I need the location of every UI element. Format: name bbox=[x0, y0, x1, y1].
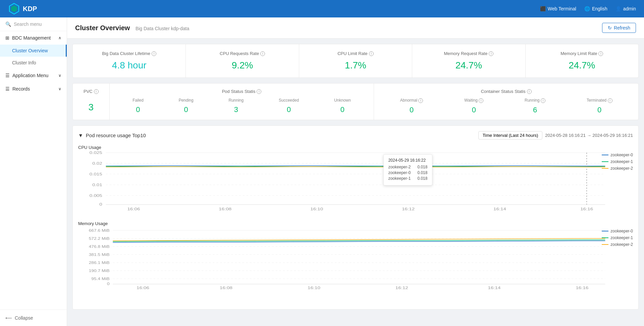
pvc-label: PVC bbox=[84, 89, 93, 94]
legend-item-mem-1: zookeeper-1 bbox=[602, 235, 633, 240]
stat-value: 24.7% bbox=[531, 60, 633, 71]
info-icon[interactable]: i bbox=[94, 89, 99, 94]
svg-marker-1 bbox=[11, 5, 17, 12]
collapse-button[interactable]: ⟵ Collapse bbox=[0, 310, 67, 326]
svg-text:667.6 MiB: 667.6 MiB bbox=[89, 228, 110, 232]
svg-text:16:16: 16:16 bbox=[576, 286, 588, 290]
info-icon[interactable]: i bbox=[527, 89, 532, 94]
info-icon[interactable]: i bbox=[418, 98, 423, 103]
pvc-section: PVC i 3 bbox=[73, 84, 110, 120]
sidebar-item-application-menu[interactable]: ☰ Application Menu ∨ bbox=[0, 69, 67, 82]
chart-title-text: Pod resource usage Top10 bbox=[86, 132, 146, 138]
logo-text: KDP bbox=[23, 5, 37, 13]
pod-status-items: Failed 0Pending 0Running 3Succeeded 0Unk… bbox=[115, 98, 369, 114]
chevron-right-icon: ∨ bbox=[58, 73, 61, 78]
search-icon: 🔍 bbox=[5, 21, 11, 27]
cpu-chart-label: CPU Usage bbox=[78, 145, 633, 150]
pod-status-section: Pod Status Statis i Failed 0Pending 0Run… bbox=[110, 84, 374, 120]
legend-item-0: zookeeper-0 bbox=[602, 153, 633, 157]
search-placeholder: Search menu bbox=[14, 21, 42, 27]
sidebar-sub-item-label: Cluster Overview bbox=[12, 48, 48, 53]
info-icon[interactable]: i bbox=[257, 89, 261, 94]
mem-chart-legend: zookeeper-0 zookeeper-1 zookeeper-2 bbox=[602, 229, 633, 247]
chevron-right-icon: ∨ bbox=[58, 87, 61, 91]
user-menu[interactable]: 👤 admin bbox=[615, 6, 636, 11]
logo: KDP bbox=[8, 3, 37, 15]
info-icon[interactable]: i bbox=[489, 51, 493, 56]
svg-text:0.01: 0.01 bbox=[92, 183, 102, 187]
sidebar-item-cluster-overview[interactable]: Cluster Overview bbox=[0, 45, 67, 57]
layout: 🔍 Search menu ⊞ BDC Management ∧ Cluster… bbox=[0, 17, 644, 326]
svg-text:0.025: 0.025 bbox=[90, 151, 102, 155]
sidebar-item-cluster-info[interactable]: Cluster Info bbox=[0, 57, 67, 69]
info-icon[interactable]: i bbox=[541, 98, 545, 103]
globe-icon: 🌐 bbox=[584, 6, 590, 11]
mem-chart-area: 667.6 MiB 572.2 MiB 476.8 MiB 381.5 MiB … bbox=[78, 229, 633, 296]
pod-status-item: Failed 0 bbox=[132, 98, 144, 114]
svg-text:16:10: 16:10 bbox=[310, 207, 323, 211]
pod-status-item: Unknown 0 bbox=[334, 98, 351, 114]
stat-mem-limit: Memory Limit Rate i 24.7% bbox=[526, 44, 638, 77]
header: KDP ⬛ Web Terminal 🌐 English 👤 admin bbox=[0, 0, 644, 17]
pvc-value: 3 bbox=[84, 102, 99, 113]
stat-label-text: Memory Request Rate bbox=[444, 51, 487, 56]
info-icon[interactable]: i bbox=[369, 51, 374, 56]
sidebar-item-label: Records bbox=[12, 86, 30, 92]
svg-text:0.02: 0.02 bbox=[92, 161, 102, 165]
stat-cpu-limit: CPU Limit Rate i 1.7% bbox=[299, 44, 412, 77]
time-interval-button[interactable]: Time Interval (Last 24 hours) bbox=[478, 131, 543, 140]
terminal-icon: ⬛ bbox=[540, 6, 546, 11]
cpu-chart-tooltip: 2024-05-29 16:16:22 zookeeper-2 0.018 zo… bbox=[383, 154, 433, 185]
stat-value: 1.7% bbox=[305, 60, 407, 71]
svg-text:0.015: 0.015 bbox=[90, 172, 102, 176]
svg-text:381.5 MiB: 381.5 MiB bbox=[89, 253, 110, 257]
pod-status-item: Pending 0 bbox=[179, 98, 194, 114]
container-status-item: Terminated i 0 bbox=[587, 98, 612, 114]
cpu-chart-area: 0.025 0.02 0.015 0.01 0.005 0 16:06 16:0… bbox=[78, 153, 633, 213]
info-icon[interactable]: i bbox=[152, 51, 156, 56]
info-icon[interactable]: i bbox=[479, 98, 483, 103]
info-icon[interactable]: i bbox=[260, 51, 265, 56]
container-status-item: Abnormal i 0 bbox=[400, 98, 423, 114]
cpu-chart-svg: 0.025 0.02 0.015 0.01 0.005 0 16:06 16:0… bbox=[78, 153, 633, 206]
language-selector[interactable]: 🌐 English bbox=[584, 6, 607, 11]
svg-text:16:14: 16:14 bbox=[493, 207, 506, 211]
time-controls: Time Interval (Last 24 hours) 2024-05-28… bbox=[478, 131, 633, 140]
container-status-section: Container Status Statis i Abnormal i 0 W… bbox=[374, 84, 638, 120]
svg-text:572.2 MiB: 572.2 MiB bbox=[89, 236, 110, 240]
tooltip-row-0: zookeeper-2 0.018 bbox=[388, 165, 428, 169]
page-title: Cluster Overview bbox=[75, 24, 130, 32]
legend-item-2: zookeeper-2 bbox=[602, 166, 633, 171]
cpu-chart-container: CPU Usage 0.025 0.02 0.015 0 bbox=[78, 145, 633, 213]
info-icon[interactable]: i bbox=[608, 98, 612, 103]
svg-text:16:06: 16:06 bbox=[127, 207, 140, 211]
status-row: PVC i 3 Pod Status Statis i Failed 0Pend… bbox=[72, 83, 639, 120]
stats-row: Big Data Cluster Lifetime i 4.8 hour CPU… bbox=[72, 44, 639, 78]
search-menu[interactable]: 🔍 Search menu bbox=[0, 17, 67, 31]
stat-mem-req: Memory Request Rate i 24.7% bbox=[412, 44, 525, 77]
legend-item-1: zookeeper-1 bbox=[602, 159, 633, 164]
sidebar-sub-item-label: Cluster Info bbox=[12, 60, 36, 65]
tooltip-row-1: zookeeper-0 0.018 bbox=[388, 170, 428, 175]
pod-status-label: Pod Status Statis bbox=[222, 89, 256, 94]
svg-text:476.8 MiB: 476.8 MiB bbox=[89, 245, 110, 249]
refresh-icon: ↻ bbox=[608, 25, 612, 31]
sidebar-item-bdc-management[interactable]: ⊞ BDC Management ∧ bbox=[0, 31, 67, 45]
stat-label-text: CPU Limit Rate bbox=[337, 51, 368, 56]
collapse-icon: ⟵ bbox=[5, 315, 12, 321]
info-icon[interactable]: i bbox=[598, 51, 603, 56]
time-range: 2024-05-28 16:16:21 → 2024-05-29 16:16:2… bbox=[545, 133, 633, 138]
refresh-button[interactable]: ↻ Refresh bbox=[602, 23, 636, 33]
legend-item-mem-0: zookeeper-0 bbox=[602, 229, 633, 233]
pod-resource-section: ▼ Pod resource usage Top10 Time Interval… bbox=[72, 125, 639, 310]
chevron-down-icon[interactable]: ▼ bbox=[78, 132, 83, 138]
sidebar-item-records[interactable]: ☰ Records ∨ bbox=[0, 82, 67, 96]
tooltip-row-2: zookeeper-1 0.018 bbox=[388, 176, 428, 181]
container-status-items: Abnormal i 0 Waiting i 0 Running i 6 Ter… bbox=[379, 98, 633, 114]
user-icon: 👤 bbox=[615, 6, 621, 11]
chevron-down-icon: ∧ bbox=[58, 36, 61, 40]
svg-text:16:08: 16:08 bbox=[219, 207, 231, 211]
web-terminal-button[interactable]: ⬛ Web Terminal bbox=[540, 6, 576, 11]
page-header: Cluster Overview Big Data Cluster kdp-da… bbox=[67, 17, 644, 39]
header-actions: ⬛ Web Terminal 🌐 English 👤 admin bbox=[540, 6, 636, 11]
